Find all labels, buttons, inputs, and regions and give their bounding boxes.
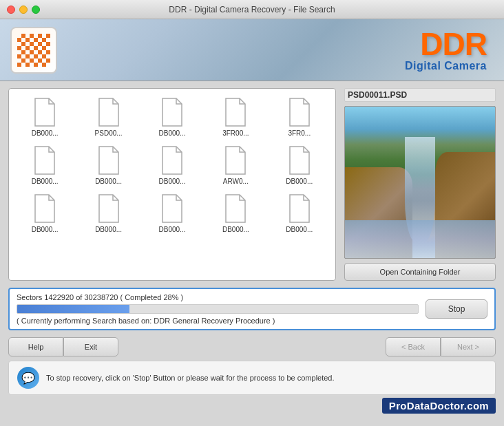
file-label: DB000...	[280, 226, 319, 233]
file-grid-panel: DB000... PSD00... DB000...	[8, 88, 336, 281]
file-label: DB000...	[152, 129, 192, 137]
file-icon	[223, 97, 248, 127]
file-item[interactable]: DB000...	[14, 94, 75, 140]
logo-ddr: DDR	[405, 28, 487, 60]
file-label: DB000...	[89, 178, 129, 185]
file-item[interactable]: DB000...	[142, 94, 202, 140]
preview-image: 🔊 ▶ ⏭	[344, 106, 496, 259]
file-label: 3FR00...	[216, 129, 255, 137]
file-label: DB000...	[216, 226, 255, 233]
file-icon	[96, 145, 121, 175]
file-icon	[160, 193, 185, 224]
main-content: DB000... PSD00... DB000...	[0, 81, 504, 288]
file-item[interactable]: 3FR00...	[205, 94, 266, 140]
title-bar: DDR - Digital Camera Recovery - File Sea…	[0, 0, 504, 19]
traffic-lights	[7, 6, 40, 14]
info-message: To stop recovery, click on 'Stop' Button…	[46, 374, 335, 382]
file-item[interactable]: ARW0...	[205, 142, 266, 188]
status-text-2: ( Currently performing Search based on: …	[17, 317, 419, 325]
file-item[interactable]: DB000...	[142, 191, 202, 236]
file-label: DB000...	[89, 226, 129, 233]
logo-subtitle: Digital Camera	[405, 60, 487, 72]
file-icon	[32, 145, 57, 175]
preview-title: PSD00011.PSD	[344, 88, 496, 102]
file-grid: DB000... PSD00... DB000...	[14, 94, 330, 236]
maximize-button[interactable]	[32, 6, 40, 14]
file-icon	[96, 193, 121, 224]
file-label: ARW0...	[216, 178, 255, 185]
file-item[interactable]: DB000...	[78, 142, 138, 188]
progress-bar-container	[17, 304, 419, 314]
info-footer: 💬 To stop recovery, click on 'Stop' Butt…	[8, 361, 496, 395]
app-icon-graphic	[17, 34, 50, 67]
file-item[interactable]: PSD00...	[78, 94, 138, 140]
preview-controls: 🔊 ▶ ⏭	[345, 258, 495, 259]
file-icon	[223, 145, 248, 175]
file-label: PSD00...	[89, 129, 129, 137]
file-item[interactable]: DB000...	[205, 191, 266, 236]
file-label: DB000...	[25, 178, 65, 185]
file-icon	[160, 97, 185, 127]
minimize-button[interactable]	[19, 6, 28, 14]
stop-button[interactable]: Stop	[426, 299, 487, 319]
next-button[interactable]: Next >	[441, 337, 496, 356]
header: DDR Digital Camera	[0, 19, 504, 81]
help-button[interactable]: Help	[8, 337, 63, 356]
window-title: DDR - Digital Camera Recovery - File Sea…	[169, 5, 335, 14]
file-label: DB000...	[280, 178, 319, 185]
back-button[interactable]: < Back	[386, 337, 441, 356]
file-label: DB000...	[25, 129, 65, 137]
header-logo: DDR Digital Camera	[405, 28, 494, 72]
water-pool	[345, 220, 495, 258]
file-icon	[223, 193, 248, 224]
file-item[interactable]: DB000...	[142, 142, 202, 188]
progress-bar-fill	[17, 305, 129, 313]
file-label: DB000...	[25, 226, 65, 233]
info-icon: 💬	[17, 367, 39, 389]
file-label: DB000...	[152, 178, 192, 185]
file-item[interactable]: DB000...	[269, 142, 330, 188]
file-icon	[287, 193, 312, 224]
preview-panel: PSD00011.PSD 🔊 ▶ ⏭ Open Containing Folde…	[344, 88, 496, 281]
status-info: Sectors 1422920 of 30238720 ( Completed …	[17, 293, 419, 325]
file-icon	[287, 97, 312, 127]
preview-waterfall	[345, 107, 495, 258]
file-label: DB000...	[152, 226, 192, 233]
status-text-1: Sectors 1422920 of 30238720 ( Completed …	[17, 293, 419, 301]
file-icon	[287, 145, 312, 175]
file-icon	[32, 97, 57, 127]
file-item[interactable]: 3FR0...	[269, 94, 330, 140]
file-item[interactable]: DB000...	[14, 142, 75, 188]
brand-footer: ProDataDoctor.com	[0, 395, 504, 418]
file-item[interactable]: DB000...	[14, 191, 75, 236]
toolbar-spacer	[118, 337, 386, 356]
bottom-toolbar: Help Exit < Back Next >	[0, 333, 504, 361]
status-area: Sectors 1422920 of 30238720 ( Completed …	[8, 288, 496, 330]
file-item[interactable]: DB000...	[78, 191, 138, 236]
brand-text: ProDataDoctor.com	[382, 398, 496, 414]
file-icon	[32, 193, 57, 224]
file-item[interactable]: DB000...	[269, 191, 330, 236]
open-folder-button[interactable]: Open Containing Folder	[344, 263, 496, 281]
file-label: 3FR0...	[280, 129, 319, 137]
file-icon	[96, 97, 121, 127]
app-icon	[10, 27, 57, 74]
exit-button[interactable]: Exit	[63, 337, 118, 356]
close-button[interactable]	[7, 6, 15, 14]
file-icon	[160, 145, 185, 175]
